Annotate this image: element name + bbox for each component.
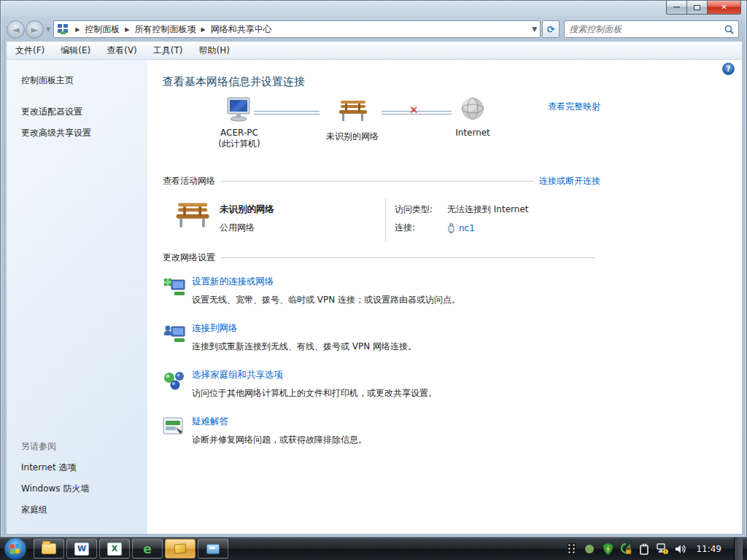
connect-to-network-link[interactable]: 连接到网络 — [192, 322, 238, 333]
menu-file[interactable]: 文件(F) — [8, 42, 52, 59]
task-description: 诊断并修复网络问题，或获得故障排除信息。 — [192, 434, 367, 446]
help-button[interactable]: ? — [722, 63, 735, 75]
close-button[interactable]: ✕ — [708, 1, 741, 15]
show-desktop-button[interactable] — [734, 537, 743, 560]
homegroup-icon — [163, 370, 187, 392]
network-sharing-center-window: — ✕ ◄ ► ▼ ▶ 控制面板 ▶ 所有控制面板项 ▶ 网络和共享中心 ▼ ⟳ — [0, 0, 747, 537]
troubleshoot-icon — [163, 417, 185, 438]
windows-logo-icon — [10, 543, 20, 554]
map-node-label: Internet — [447, 128, 498, 138]
taskbar-app-internet-explorer[interactable]: e — [132, 539, 163, 559]
see-also-header: 另请参阅 — [7, 436, 147, 457]
refresh-button[interactable]: ⟳ — [542, 20, 560, 38]
internet-globe-icon — [460, 96, 485, 121]
network-center-icon — [57, 23, 70, 35]
map-node-label: ACER-PC — [206, 128, 272, 138]
taskbar-app-active-window[interactable] — [165, 539, 196, 559]
connect-network-icon — [163, 324, 187, 346]
breadcrumb-arrow-icon[interactable]: ▶ — [201, 26, 205, 33]
map-connection-pc-network — [254, 111, 320, 114]
access-type-label: 访问类型: — [395, 203, 447, 216]
task-homegroup-sharing: 选择家庭组和共享选项 访问位于其他网络计算机上的文件和打印机，或更改共享设置。 — [163, 369, 600, 400]
active-network-icon-wrap[interactable] — [173, 201, 211, 232]
bench-network-icon — [336, 99, 368, 122]
map-node-this-computer[interactable]: ACER-PC (此计算机) — [206, 96, 272, 150]
taskbar-app-display[interactable] — [198, 539, 228, 559]
film-icon[interactable] — [565, 543, 577, 555]
sidebar: 控制面板主页 更改适配器设置 更改高级共享设置 另请参阅 Internet 选项… — [7, 60, 147, 534]
troubleshoot-link[interactable]: 疑难解答 — [192, 416, 228, 427]
access-type-value: 无法连接到 Internet — [447, 203, 528, 216]
folder-icon — [42, 543, 56, 554]
new-connection-icon — [163, 277, 187, 299]
map-node-internet[interactable]: Internet — [447, 96, 498, 138]
taskbar-app-word[interactable]: W — [66, 539, 97, 559]
breadcrumb[interactable]: ▶ 控制面板 ▶ 所有控制面板项 ▶ 网络和共享中心 ▼ — [53, 20, 541, 38]
minimize-button[interactable]: — — [666, 1, 687, 15]
sidebar-item-control-panel-home[interactable]: 控制面板主页 — [7, 70, 147, 91]
view-full-map-link[interactable]: 查看完整映射 — [548, 101, 600, 113]
taskbar-app-explorer[interactable] — [34, 539, 64, 559]
setup-new-connection-link[interactable]: 设置新的连接或网络 — [192, 276, 274, 287]
network-warning-icon[interactable] — [657, 543, 668, 555]
back-button[interactable]: ◄ — [7, 20, 25, 39]
task-connect-to-network: 连接到网络 连接到或重新连接到无线、有线、拨号或 VPN 网络连接。 — [163, 322, 600, 353]
address-dropdown-icon[interactable]: ▼ — [532, 26, 537, 33]
breadcrumb-item-all-items[interactable]: 所有控制面板项 — [134, 23, 196, 36]
breadcrumb-item-network-center[interactable]: 网络和共享中心 — [211, 23, 272, 36]
sidebar-item-internet-options[interactable]: Internet 选项 — [7, 457, 147, 478]
section-rule — [221, 181, 533, 182]
broken-connection-x-icon[interactable]: ✕ — [409, 105, 419, 116]
connection-nc1-link[interactable]: nc1 — [459, 223, 475, 233]
connect-disconnect-link[interactable]: 连接或断开连接 — [539, 175, 600, 187]
map-node-unidentified-network[interactable]: 未识别的网络 — [320, 99, 385, 143]
divider — [385, 198, 386, 243]
homegroup-sharing-link[interactable]: 选择家庭组和共享选项 — [192, 369, 283, 380]
network-settings-header: 更改网络设置 — [163, 252, 600, 264]
search-icon[interactable] — [724, 25, 734, 34]
menu-edit[interactable]: 编辑(E) — [53, 42, 98, 59]
yellow-box-icon — [174, 543, 187, 553]
maximize-button[interactable] — [687, 1, 708, 15]
active-network-type: 公用网络 — [220, 222, 274, 234]
menu-view[interactable]: 查看(V) — [99, 42, 144, 59]
task-setup-new-connection: 设置新的连接或网络 设置无线、宽带、拨号、临时或 VPN 连接；或设置路由器或访… — [163, 276, 600, 306]
taskbar-app-excel[interactable]: X — [99, 539, 130, 559]
excel-icon: X — [107, 542, 122, 556]
sidebar-item-change-adapter-settings[interactable]: 更改适配器设置 — [7, 101, 147, 122]
ethernet-icon — [447, 223, 455, 233]
sidebar-item-change-advanced-sharing[interactable]: 更改高级共享设置 — [7, 122, 147, 144]
sidebar-item-windows-firewall[interactable]: Windows 防火墙 — [7, 478, 147, 499]
recent-pages-dropdown[interactable]: ▼ — [46, 26, 50, 33]
computer-icon — [225, 96, 254, 122]
section-title: 查看活动网络 — [163, 175, 215, 187]
forward-button[interactable]: ► — [26, 20, 44, 39]
status-dot-icon[interactable] — [584, 543, 595, 555]
task-description: 设置无线、宽带、拨号、临时或 VPN 连接；或设置路由器或访问点。 — [192, 294, 460, 306]
breadcrumb-arrow-icon: ▶ — [75, 26, 80, 33]
speaker-icon[interactable] — [675, 543, 686, 555]
breadcrumb-arrow-icon[interactable]: ▶ — [125, 26, 129, 33]
breadcrumb-item-control-panel[interactable]: 控制面板 — [85, 23, 120, 36]
clipboard-plug-icon[interactable] — [638, 543, 650, 555]
active-networks-header: 查看活动网络 连接或断开连接 — [163, 175, 600, 187]
active-network-name: 未识别的网络 — [220, 203, 274, 216]
search-input[interactable] — [569, 24, 724, 34]
start-button[interactable] — [4, 538, 26, 560]
network-map: ACER-PC (此计算机) 未识别的网络 — [163, 96, 600, 169]
menu-help[interactable]: 帮助(H) — [192, 42, 237, 59]
menu-tools[interactable]: 工具(T) — [146, 42, 190, 59]
refresh-icon: ⟳ — [547, 24, 555, 35]
map-node-sublabel: (此计算机) — [206, 138, 272, 150]
taskbar-clock[interactable]: 11:49 — [696, 544, 721, 554]
window-controls: — ✕ — [666, 1, 741, 15]
security-shield-icon[interactable] — [602, 543, 614, 555]
search-box[interactable] — [564, 20, 739, 38]
task-description: 连接到或重新连接到无线、有线、拨号或 VPN 网络连接。 — [192, 341, 417, 353]
menu-bar: 文件(F) 编辑(E) 查看(V) 工具(T) 帮助(H) — [7, 42, 742, 60]
bench-network-icon — [173, 201, 211, 230]
sidebar-item-homegroup[interactable]: 家庭组 — [7, 499, 147, 521]
content-area: ? 控制面板主页 更改适配器设置 更改高级共享设置 另请参阅 Internet … — [7, 60, 742, 534]
back-icon: ◄ — [12, 24, 20, 35]
sync-lock-icon[interactable] — [620, 543, 632, 555]
